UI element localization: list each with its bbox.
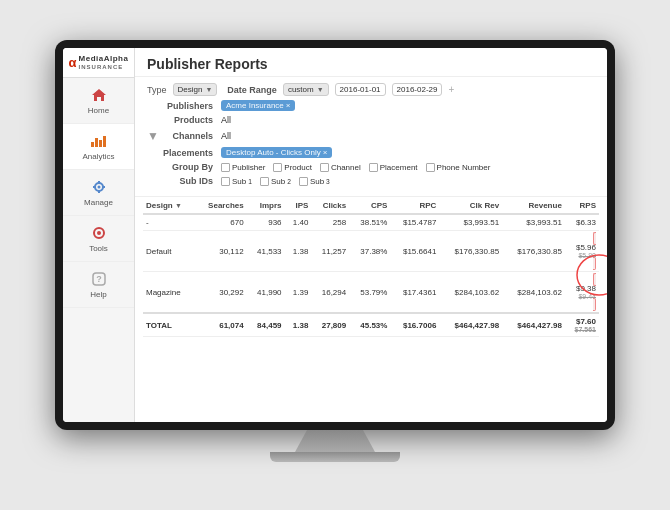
tools-icon <box>88 224 110 242</box>
rps-highlight: $9.38 $9.44 <box>568 273 596 311</box>
cell-design: - <box>143 214 195 231</box>
sidebar-item-manage-label: Manage <box>84 198 113 207</box>
sidebar-item-manage[interactable]: Manage <box>63 170 134 216</box>
add-date-button[interactable]: + <box>448 84 454 95</box>
col-cps[interactable]: CPS <box>349 197 390 214</box>
products-value: All <box>221 115 231 125</box>
table-row: - 670 936 1.40 258 38.51% $15.4787 $3,99… <box>143 214 599 231</box>
subid-2[interactable]: Sub2 <box>260 177 291 186</box>
groupby-channel[interactable]: Channel <box>320 163 361 172</box>
cell-rpc: $15.6641 <box>390 231 439 272</box>
cell-rps: $9.38 $9.44 60% Increase in RPS <box>565 272 599 314</box>
cell-cps: 38.51% <box>349 214 390 231</box>
logo-brand: MediaAlpha <box>79 54 129 64</box>
filter-row-subids: Sub IDs Sub1 Sub2 Sub3 <box>147 176 595 186</box>
table-row: Magazine 30,292 41,990 1.39 16,294 53.79… <box>143 272 599 314</box>
analytics-icon <box>88 132 110 150</box>
table-row: Default 30,112 41,533 1.38 11,257 37.38%… <box>143 231 599 272</box>
manage-icon <box>88 178 110 196</box>
cell-imprs: 41,990 <box>247 272 285 314</box>
sidebar-item-home[interactable]: Home <box>63 78 134 124</box>
monitor-base <box>270 452 400 462</box>
publishers-label: Publishers <box>161 101 213 111</box>
type-select[interactable]: Design ▼ <box>173 83 218 96</box>
page-title: Publisher Reports <box>135 48 607 77</box>
data-table: Design ▼ Searches Imprs IPS Clicks CPS R… <box>143 197 599 337</box>
sidebar-item-analytics[interactable]: Analytics <box>63 124 134 170</box>
col-searches[interactable]: Searches <box>195 197 247 214</box>
date-start[interactable]: 2016-01-01 <box>335 83 386 96</box>
data-table-area: Design ▼ Searches Imprs IPS Clicks CPS R… <box>135 197 607 422</box>
cell-rps: $5.96 $5.80 <box>565 231 599 272</box>
placements-tag[interactable]: Desktop Auto - Clicks Only × <box>221 147 332 158</box>
cell-searches: 670 <box>195 214 247 231</box>
sidebar-item-help-label: Help <box>90 290 106 299</box>
col-rps[interactable]: RPS <box>565 197 599 214</box>
sidebar-item-help[interactable]: ? Help <box>63 262 134 308</box>
products-label: Products <box>161 115 213 125</box>
cell-cps: 45.53% <box>349 313 390 337</box>
publishers-tag-remove[interactable]: × <box>286 101 291 110</box>
groupby-options: Publisher Product Channel Placement Phon… <box>221 163 490 172</box>
groupby-placement[interactable]: Placement <box>369 163 418 172</box>
sidebar-item-tools-label: Tools <box>89 244 108 253</box>
app-logo: α MediaAlpha INSURANCE <box>63 48 134 78</box>
publishers-tag[interactable]: Acme Insurance × <box>221 100 295 111</box>
cell-ips: 1.38 <box>285 313 312 337</box>
table-header-row: Design ▼ Searches Imprs IPS Clicks CPS R… <box>143 197 599 214</box>
col-revenue[interactable]: Revenue <box>502 197 565 214</box>
subid-3[interactable]: Sub3 <box>299 177 330 186</box>
col-rpc[interactable]: RPC <box>390 197 439 214</box>
cell-rps: $7.60 $7.561 <box>565 313 599 337</box>
col-design[interactable]: Design ▼ <box>143 197 195 214</box>
cell-ips: 1.39 <box>285 272 312 314</box>
logo-symbol: α <box>69 55 77 71</box>
cell-imprs: 936 <box>247 214 285 231</box>
cell-clkrev: $3,993.51 <box>439 214 502 231</box>
filter-row-groupby: Group By Publisher Product Channel Place… <box>147 162 595 172</box>
cell-imprs: 84,459 <box>247 313 285 337</box>
svg-marker-0 <box>92 89 106 101</box>
sidebar-item-home-label: Home <box>88 106 109 115</box>
cell-rpc: $15.4787 <box>390 214 439 231</box>
groupby-publisher[interactable]: Publisher <box>221 163 265 172</box>
svg-rect-1 <box>91 142 94 147</box>
type-label: Type <box>147 85 167 95</box>
svg-rect-4 <box>103 136 106 147</box>
filter-row-publishers: Publishers Acme Insurance × <box>147 100 595 111</box>
channels-value: All <box>221 131 231 141</box>
col-clicks[interactable]: Clicks <box>311 197 349 214</box>
cell-cps: 37.38% <box>349 231 390 272</box>
col-clkrev[interactable]: Clk Rev <box>439 197 502 214</box>
groupby-product[interactable]: Product <box>273 163 312 172</box>
svg-point-12 <box>97 231 101 235</box>
rps-highlight: $5.96 $5.80 <box>568 232 596 270</box>
cell-design: Magazine <box>143 272 195 314</box>
col-imprs[interactable]: Imprs <box>247 197 285 214</box>
placements-tag-value: Desktop Auto - Clicks Only <box>226 148 321 157</box>
date-end[interactable]: 2016-02-29 <box>392 83 443 96</box>
col-ips[interactable]: IPS <box>285 197 312 214</box>
type-value: Design <box>178 85 203 94</box>
cell-ips: 1.38 <box>285 231 312 272</box>
sort-icon: ▼ <box>175 202 182 209</box>
main-content: Publisher Reports Type Design ▼ Date Ran… <box>135 48 607 422</box>
home-icon <box>88 86 110 104</box>
date-range-value: custom <box>288 85 314 94</box>
subid-1[interactable]: Sub1 <box>221 177 252 186</box>
cell-revenue: $464,427.98 <box>502 313 565 337</box>
publishers-tag-value: Acme Insurance <box>226 101 284 110</box>
cell-clicks: 258 <box>311 214 349 231</box>
filter-row-products: Products All <box>147 115 595 125</box>
subids-options: Sub1 Sub2 Sub3 <box>221 177 330 186</box>
date-range-select[interactable]: custom ▼ <box>283 83 329 96</box>
cell-clicks: 16,294 <box>311 272 349 314</box>
cell-searches: 30,292 <box>195 272 247 314</box>
filter-row-channels: ▼ Channels All <box>147 129 595 143</box>
cell-clkrev: $284,103.62 <box>439 272 502 314</box>
groupby-label: Group By <box>161 162 213 172</box>
subids-label: Sub IDs <box>161 176 213 186</box>
groupby-phone[interactable]: Phone Number <box>426 163 491 172</box>
sidebar-item-tools[interactable]: Tools <box>63 216 134 262</box>
placements-tag-remove[interactable]: × <box>323 148 328 157</box>
